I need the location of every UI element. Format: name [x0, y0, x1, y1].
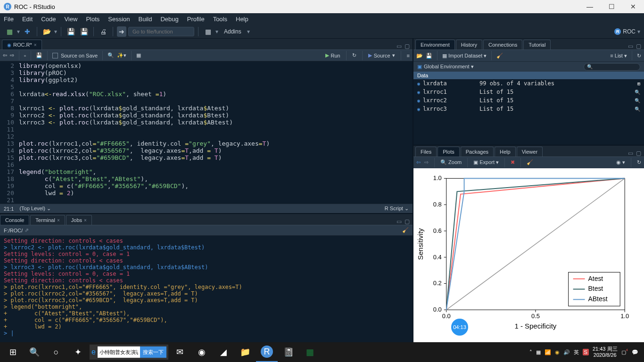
pane-collapse-icon[interactable]: ▭ — [628, 43, 633, 49]
outline-icon[interactable]: ≡ — [407, 53, 410, 58]
print-icon[interactable]: 🖨 — [98, 26, 109, 37]
forward-icon[interactable]: ⇨ — [10, 52, 14, 58]
export-button[interactable]: ▣ Export ▾ — [473, 159, 499, 165]
browser-search-bar[interactable]: e 搜索一下 — [90, 345, 168, 360]
tray-expand-icon[interactable]: ˄ — [529, 349, 532, 355]
save-icon[interactable]: 💾 — [36, 52, 42, 58]
plot-next-icon[interactable]: ⇨ — [424, 159, 429, 165]
list-mode-button[interactable]: ≡ List ▾ — [610, 53, 627, 59]
start-button[interactable]: ⊞ — [2, 342, 24, 362]
bird-app-icon[interactable]: ◢ — [213, 342, 234, 362]
chrome-icon[interactable]: ◉ — [191, 342, 213, 362]
menu-tools[interactable]: Tools — [213, 16, 227, 23]
env-item[interactable]: ◉lxrroc3List of 15🔍 — [413, 105, 644, 113]
tray-app-icon[interactable]: ▦ — [536, 349, 541, 355]
save-workspace-icon[interactable]: 💾 — [426, 53, 432, 59]
code-editor[interactable]: 2library(openxlsx)3library(pROC)4library… — [0, 61, 413, 204]
pane-collapse-icon[interactable]: ▭ — [396, 218, 402, 225]
clear-env-icon[interactable]: 🧹 — [496, 53, 503, 59]
goto-file-input[interactable] — [128, 27, 194, 36]
env-item[interactable]: ◉lxrdata99 obs. of 4 variables⊞ — [413, 79, 644, 88]
refresh-icon[interactable]: ↻ — [637, 53, 641, 59]
pane-maximize-icon[interactable]: ▢ — [636, 43, 641, 49]
search-button[interactable]: 搜索一下 — [140, 346, 166, 358]
open-file-icon[interactable]: 📂 — [41, 26, 52, 37]
environment-tab[interactable]: Environment — [415, 40, 455, 49]
files-tab[interactable]: Files — [415, 147, 437, 156]
save-icon[interactable]: 💾 — [65, 26, 76, 37]
save-all-icon[interactable]: 💾 — [78, 26, 90, 37]
close-icon[interactable]: × — [34, 42, 37, 48]
env-item[interactable]: ◉lxrroc2List of 15🔍 — [413, 96, 644, 105]
wand-icon[interactable]: ✨▾ — [117, 52, 126, 58]
publish-icon[interactable]: ◉ ▾ — [616, 159, 625, 165]
remove-plot-icon[interactable]: ✖ — [511, 159, 515, 165]
console-tab[interactable]: Console — [0, 215, 29, 225]
status-icon[interactable]: ◉ — [555, 349, 560, 355]
ime-indicator[interactable]: 英 — [574, 349, 579, 356]
project-selector[interactable]: R ROC ▾ — [614, 28, 640, 35]
back-icon[interactable]: ⇦ — [3, 52, 7, 58]
search-text-input[interactable] — [98, 346, 140, 358]
refresh-plot-icon[interactable]: ↻ — [637, 159, 641, 165]
open-folder-icon[interactable]: ⇗ — [25, 227, 29, 233]
menu-edit[interactable]: Edit — [22, 16, 33, 23]
source-on-save-checkbox[interactable] — [52, 53, 58, 58]
clock[interactable]: 21:43 周三 2020/8/26 — [593, 346, 618, 358]
pane-collapse-icon[interactable]: ▭ — [396, 43, 402, 49]
mail-icon[interactable]: ✉ — [169, 342, 191, 362]
pane-maximize-icon[interactable]: ▢ — [405, 43, 410, 49]
new-file-icon[interactable]: ▦ — [4, 26, 15, 37]
menu-debug[interactable]: Debug — [160, 16, 178, 23]
addins-button[interactable]: Addins — [220, 27, 245, 36]
load-workspace-icon[interactable]: 📂 — [416, 53, 423, 59]
env-item[interactable]: ◉lxrroc1List of 15🔍 — [413, 88, 644, 96]
menu-plots[interactable]: Plots — [86, 16, 99, 23]
search-icon[interactable]: 🔍 — [24, 342, 45, 362]
goto-arrow-icon[interactable]: ➜ — [117, 26, 126, 37]
wifi-icon[interactable]: 📶 — [545, 349, 551, 355]
volume-icon[interactable]: 🔊 — [563, 349, 570, 355]
terminal-tab[interactable]: Terminal × — [30, 215, 65, 225]
sogou-ime-icon[interactable]: S — [583, 349, 589, 355]
menu-file[interactable]: File — [4, 16, 14, 23]
jobs-tab[interactable]: Jobs × — [66, 215, 92, 225]
history-tab[interactable]: History — [456, 40, 482, 49]
minimize-button[interactable]: — — [579, 0, 601, 13]
clear-console-icon[interactable]: 🧹 — [402, 227, 409, 233]
explorer-icon[interactable]: 📁 — [234, 342, 256, 362]
show-in-window-icon[interactable]: ▫ — [24, 53, 26, 58]
packages-tab[interactable]: Packages — [461, 147, 494, 156]
notification-icon[interactable]: ▢4 — [621, 349, 628, 355]
action-center-icon[interactable]: 💬 — [632, 349, 638, 355]
new-project-icon[interactable]: ✚ — [22, 26, 33, 37]
menu-profile[interactable]: Profile — [187, 16, 205, 23]
compile-report-icon[interactable]: ▦ — [136, 52, 141, 58]
pane-collapse-icon[interactable]: ▭ — [628, 150, 633, 156]
viewer-tab[interactable]: Viewer — [517, 147, 543, 156]
cortana-icon[interactable]: ○ — [45, 342, 67, 362]
menu-help[interactable]: Help — [236, 16, 248, 23]
notepad-icon[interactable]: 📓 — [278, 342, 299, 362]
app-icon[interactable]: ✦ — [67, 342, 89, 362]
env-search-input[interactable]: 🔍 — [584, 63, 640, 71]
plot-prev-icon[interactable]: ⇦ — [416, 159, 421, 165]
source-tab[interactable]: ◉ ROC.R* × — [2, 40, 42, 49]
source-button[interactable]: ▶ Source ▾ — [368, 52, 395, 58]
scope-selector[interactable]: (Top Level) ⌄ — [19, 206, 50, 212]
menu-build[interactable]: Build — [139, 16, 152, 23]
menu-view[interactable]: View — [64, 16, 77, 23]
menu-session[interactable]: Session — [108, 16, 130, 23]
zoom-button[interactable]: 🔍 Zoom — [440, 159, 462, 165]
connections-tab[interactable]: Connections — [483, 40, 522, 49]
clear-plots-icon[interactable]: 🧹 — [527, 159, 533, 165]
excel-icon[interactable]: ▦ — [299, 342, 321, 362]
language-selector[interactable]: R Script ⌄ — [385, 206, 409, 212]
pane-maximize-icon[interactable]: ▢ — [405, 218, 410, 225]
close-button[interactable]: ✕ — [622, 0, 644, 13]
import-dataset-button[interactable]: ▦ Import Dataset ▾ — [442, 53, 487, 59]
console-output[interactable]: Setting direction: controls < cases> lxr… — [0, 236, 413, 342]
rstudio-task-icon[interactable]: R — [256, 342, 278, 362]
pane-maximize-icon[interactable]: ▢ — [636, 150, 641, 156]
menu-code[interactable]: Code — [41, 16, 56, 23]
